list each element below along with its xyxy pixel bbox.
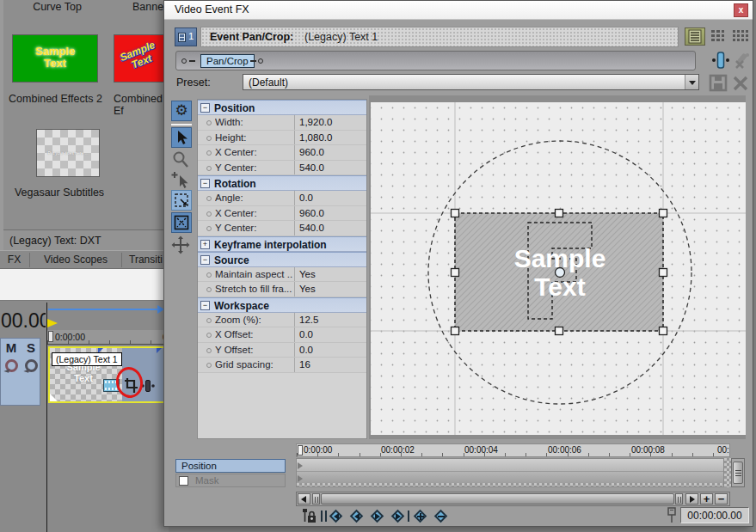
preset-label-combined-effects[interactable]: Combined Ef [114, 93, 168, 117]
group-header-keyframe-interpolation[interactable]: + Keyframe interpolation [198, 236, 366, 252]
collapse-icon[interactable]: − [200, 255, 210, 265]
scroll-left-button[interactable] [298, 493, 310, 504]
property-row-rot-y-center[interactable]: Y Center: 540.0 [198, 221, 366, 236]
preset-label: Preset: [176, 76, 211, 89]
group-header-workspace[interactable]: − Workspace [198, 297, 366, 313]
property-row-stretch-to-fill[interactable]: Stretch to fill fra... Yes [198, 282, 366, 297]
timeline-ruler[interactable]: 0:00:00 0:0 [47, 330, 169, 345]
playhead-marker[interactable] [48, 331, 53, 342]
ruler-label: 00:00:02 [381, 445, 415, 455]
tab-fx[interactable]: FX [0, 254, 28, 266]
delete-keyframe-button[interactable] [433, 508, 450, 525]
mute-button[interactable]: M [3, 340, 19, 356]
property-row-height[interactable]: Height: 1,080.0 [198, 131, 366, 146]
add-plugin-icon[interactable] [711, 51, 730, 70]
next-keyframe-button[interactable] [369, 508, 386, 525]
media-panel-status-bar: (Legacy) Text: DXT [3, 229, 168, 250]
scroll-right-button[interactable] [685, 493, 698, 504]
keyframe-horizontal-scrollbar[interactable]: + − [296, 492, 730, 506]
rect-x-icon [172, 213, 191, 232]
toolbar-separator [171, 124, 192, 125]
zoom-edit-tool-button[interactable] [171, 150, 192, 169]
header-title-bold: Event Pan/Crop: [210, 31, 293, 43]
preset-label-combined-effects-2[interactable]: Combined Effects 2 [3, 93, 108, 105]
expand-icon[interactable]: + [200, 240, 210, 249]
property-row-rot-x-center[interactable]: X Center: 960.0 [198, 206, 366, 222]
remove-plugin-icon[interactable] [733, 51, 752, 70]
timeline-event-clip[interactable]: SampleText (Legacy) Text 1 [48, 346, 169, 403]
lock-cursor-icon[interactable] [300, 508, 317, 524]
dropdown-arrow-icon[interactable] [685, 75, 698, 89]
preset-label-banner[interactable]: Banner [132, 1, 168, 13]
normal-edit-tool-button[interactable] [171, 127, 192, 148]
tab-transitions[interactable]: Transiti [123, 254, 169, 266]
previous-keyframe-button[interactable] [348, 508, 366, 525]
property-row-maintain-aspect[interactable]: Maintain aspect ... Yes [198, 267, 366, 283]
keyframe-track-mask[interactable]: Mask [175, 474, 286, 487]
mask-checkbox[interactable] [179, 476, 188, 486]
cursor-time-display[interactable]: 00:00:00.00 [680, 507, 749, 523]
event-pan-crop-header: Event Pan/Crop: (Legacy) Text 1 [200, 27, 679, 47]
keyframe-ruler[interactable]: 0:00:00 00:00:02 00:00:04 00:00:06 00:00… [296, 443, 730, 457]
dialog-titlebar[interactable]: Video Event FX x [164, 1, 753, 20]
show-properties-button[interactable]: ⚙ [171, 101, 192, 121]
first-keyframe-button[interactable] [328, 508, 345, 525]
save-preset-icon[interactable] [709, 74, 728, 92]
fade-handle-icon[interactable] [50, 394, 58, 401]
insert-keyframe-button[interactable] [412, 508, 429, 525]
pan-crop-preview-canvas[interactable]: Sample Text [369, 95, 746, 439]
solo-button[interactable]: S [23, 340, 39, 356]
preset-thumbnail-combined-effects[interactable]: Sample Text [114, 34, 168, 83]
keyframe-lanes[interactable] [296, 458, 724, 487]
pan-crop-plugin-chip[interactable]: Pan/Crop [200, 54, 255, 68]
sync-cursor-flag-icon[interactable] [667, 507, 678, 523]
last-keyframe-button[interactable] [390, 508, 407, 525]
event-fx-icon[interactable] [141, 380, 155, 392]
property-row-x-offset[interactable]: X Offset: 0.0 [198, 327, 366, 343]
group-header-position[interactable]: − Position [198, 100, 366, 115]
move-tool-button[interactable] [171, 235, 192, 256]
film-icon [178, 33, 186, 42]
stretch-tool-button[interactable] [171, 212, 192, 233]
property-row-grid-spacing[interactable]: Grid spacing: 16 [198, 358, 366, 373]
collapse-icon[interactable]: − [200, 103, 210, 113]
keyframe-vertical-scrollbar[interactable] [731, 458, 745, 487]
property-row-width[interactable]: Width: 1,920.0 [198, 115, 366, 131]
keyframe-lane-position[interactable] [297, 459, 723, 472]
zoom-out-button[interactable]: − [715, 493, 728, 504]
center-handle[interactable] [556, 268, 565, 278]
group-header-source[interactable]: − Source [198, 252, 366, 267]
list-view-button[interactable] [685, 28, 705, 46]
zoom-in-button[interactable]: + [700, 493, 713, 504]
keyframe-track-position[interactable]: Position [175, 459, 286, 473]
preset-label-vegasaur-subtitles[interactable]: Vegasaur Subtitles [3, 187, 115, 199]
thumbnail-view-button[interactable] [729, 28, 750, 46]
group-header-rotation[interactable]: − Rotation [198, 175, 366, 191]
crop-corner-tool-button[interactable] [171, 190, 192, 211]
scrollbar-thumb[interactable] [321, 493, 674, 504]
loop-region-marker-icon[interactable] [47, 319, 58, 327]
tab-video-scopes[interactable]: Video Scopes [31, 254, 120, 266]
preset-thumbnail-vegasaur-subtitles[interactable]: Put your titles here ... [36, 129, 100, 177]
keyframe-playhead[interactable] [298, 445, 303, 456]
preset-thumbnail-combined-effects-2[interactable]: Sample Text [12, 34, 98, 83]
collapse-icon[interactable]: − [200, 301, 210, 310]
preset-label-curve-top[interactable]: Curve Top [12, 1, 102, 13]
track-fx-icon[interactable] [25, 359, 38, 372]
zoom-edge-grip[interactable] [675, 493, 683, 504]
add-cursor-tool-button[interactable] [171, 170, 192, 189]
zoom-edge-grip[interactable] [312, 493, 320, 504]
property-row-y-center[interactable]: Y Center: 540.0 [198, 161, 366, 176]
property-row-x-center[interactable]: X Center: 960.0 [198, 145, 366, 161]
delete-preset-icon[interactable] [732, 75, 749, 92]
property-row-zoom[interactable]: Zoom (%): 12.5 [198, 313, 366, 328]
preset-combobox[interactable]: (Default) [243, 74, 699, 90]
scrollbar-thumb[interactable] [733, 462, 743, 484]
collapse-icon[interactable]: − [200, 179, 210, 188]
track-motion-icon[interactable] [5, 359, 18, 372]
thumb-text-line2: Text [44, 57, 66, 70]
property-row-angle[interactable]: Angle: 0.0 [198, 191, 366, 206]
property-row-y-offset[interactable]: Y Offset: 0.0 [198, 343, 366, 358]
grid-view-button[interactable] [707, 28, 728, 46]
close-button[interactable]: x [734, 3, 748, 17]
